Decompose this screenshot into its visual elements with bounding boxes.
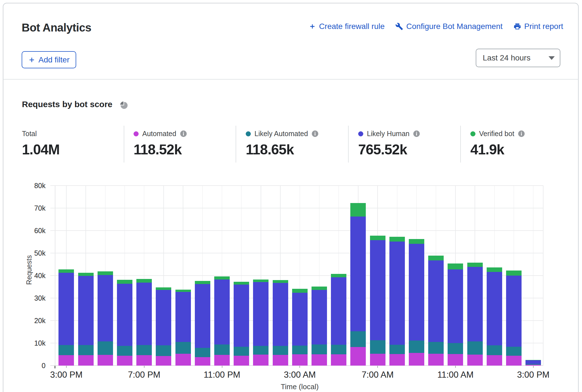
bar-segment-likely-human[interactable] (350, 217, 366, 331)
bar-segment-automated[interactable] (156, 356, 171, 366)
bar-segment-verified-bot[interactable] (370, 236, 385, 240)
bar-segment-verified-bot[interactable] (195, 281, 210, 284)
bar-segment-verified-bot[interactable] (409, 239, 424, 244)
bar-segment-likely-human[interactable] (156, 290, 171, 345)
create-firewall-rule-link[interactable]: Create firewall rule (309, 22, 385, 31)
bar-segment-likely-human[interactable] (331, 277, 346, 344)
bar-segment-verified-bot[interactable] (389, 237, 405, 242)
bar-segment-automated[interactable] (428, 354, 444, 366)
bar-segment-verified-bot[interactable] (117, 280, 132, 284)
bar-segment-likely-automated[interactable] (78, 345, 94, 355)
bar-segment-likely-human[interactable] (448, 269, 463, 343)
bar-segment-automated[interactable] (214, 355, 230, 366)
bar-segment-likely-automated[interactable] (467, 341, 483, 354)
bar-segment-likely-automated[interactable] (292, 346, 308, 354)
info-icon[interactable] (312, 130, 319, 137)
bar-segment-likely-automated[interactable] (58, 345, 74, 355)
bar-segment-likely-automated[interactable] (175, 342, 191, 354)
bar-segment-automated[interactable] (331, 354, 346, 366)
bar-segment-likely-human[interactable] (389, 242, 405, 344)
bar-segment-verified-bot[interactable] (136, 279, 152, 283)
bar-segment-likely-automated[interactable] (428, 342, 444, 354)
bar-segment-likely-automated[interactable] (234, 347, 249, 356)
bar-segment-verified-bot[interactable] (350, 203, 366, 216)
bar-segment-automated[interactable] (409, 353, 424, 366)
bar-segment-verified-bot[interactable] (214, 276, 230, 280)
bar-segment-likely-automated[interactable] (487, 345, 502, 355)
bar-segment-verified-bot[interactable] (175, 290, 191, 292)
bar-segment-verified-bot[interactable] (506, 271, 522, 276)
bar-segment-automated[interactable] (253, 355, 269, 366)
bar-segment-likely-automated[interactable] (136, 345, 152, 355)
time-range-select[interactable]: Last 24 hours (476, 49, 560, 67)
bar-segment-verified-bot[interactable] (487, 267, 502, 272)
bar-segment-likely-human[interactable] (214, 280, 230, 344)
bar-segment-likely-human[interactable] (428, 260, 444, 342)
bar-segment-likely-automated[interactable] (331, 345, 346, 354)
bar-segment-likely-human[interactable] (467, 267, 483, 342)
bar-segment-verified-bot[interactable] (78, 273, 94, 276)
info-icon[interactable] (518, 130, 525, 137)
bar-segment-automated[interactable] (58, 355, 74, 366)
bar-segment-verified-bot[interactable] (58, 269, 74, 272)
bar-segment-likely-automated[interactable] (409, 341, 424, 353)
bar-segment-verified-bot[interactable] (525, 360, 541, 360)
bar-segment-likely-automated[interactable] (370, 340, 385, 354)
bar-segment-verified-bot[interactable] (98, 271, 113, 275)
bar-segment-verified-bot[interactable] (331, 274, 346, 278)
bar-segment-verified-bot[interactable] (428, 256, 444, 260)
bar-segment-automated[interactable] (370, 354, 385, 366)
info-icon[interactable] (180, 130, 187, 137)
bar-segment-likely-automated[interactable] (350, 331, 366, 347)
bar-segment-verified-bot[interactable] (234, 282, 249, 285)
bar-segment-likely-human[interactable] (58, 273, 74, 345)
bar-segment-likely-human[interactable] (175, 292, 191, 342)
bar-segment-automated[interactable] (195, 357, 210, 366)
bar-segment-automated[interactable] (487, 355, 502, 366)
bar-segment-automated[interactable] (175, 354, 191, 366)
bar-segment-automated[interactable] (467, 355, 483, 366)
bar-segment-likely-human[interactable] (234, 285, 249, 347)
bar-segment-likely-automated[interactable] (273, 346, 288, 355)
bar-segment-verified-bot[interactable] (273, 280, 288, 283)
configure-bot-management-link[interactable]: Configure Bot Management (395, 22, 502, 31)
bar-segment-likely-automated[interactable] (525, 364, 541, 365)
bar-segment-automated[interactable] (448, 354, 463, 366)
add-filter-button[interactable]: Add filter (22, 51, 76, 68)
bar-segment-likely-human[interactable] (312, 290, 327, 344)
bar-segment-likely-human[interactable] (98, 275, 113, 341)
bar-segment-likely-automated[interactable] (156, 345, 171, 356)
bar-segment-verified-bot[interactable] (448, 263, 463, 269)
bar-segment-automated[interactable] (273, 355, 288, 366)
bar-segment-verified-bot[interactable] (312, 287, 327, 290)
bar-segment-automated[interactable] (350, 347, 366, 366)
bar-segment-automated[interactable] (312, 354, 327, 366)
bar-segment-likely-automated[interactable] (389, 345, 405, 354)
bar-segment-likely-human[interactable] (370, 240, 385, 341)
bar-segment-likely-human[interactable] (195, 284, 210, 348)
info-icon[interactable] (413, 130, 420, 137)
bar-segment-likely-human[interactable] (253, 282, 269, 346)
bar-segment-likely-human[interactable] (409, 244, 424, 341)
bar-segment-likely-automated[interactable] (253, 346, 269, 355)
bar-segment-automated[interactable] (136, 355, 152, 366)
bar-segment-likely-human[interactable] (292, 293, 308, 346)
bar-segment-likely-automated[interactable] (98, 341, 113, 355)
bar-segment-verified-bot[interactable] (292, 289, 308, 293)
bar-segment-likely-automated[interactable] (312, 344, 327, 354)
bar-segment-automated[interactable] (506, 356, 522, 366)
bar-segment-automated[interactable] (234, 356, 249, 366)
bar-segment-likely-human[interactable] (525, 360, 541, 364)
bar-segment-automated[interactable] (525, 365, 541, 366)
bar-segment-automated[interactable] (292, 354, 308, 366)
bar-segment-likely-human[interactable] (78, 276, 94, 345)
bar-segment-automated[interactable] (117, 356, 132, 366)
bar-segment-likely-human[interactable] (273, 283, 288, 346)
bar-segment-verified-bot[interactable] (467, 263, 483, 267)
bar-segment-likely-automated[interactable] (506, 347, 522, 356)
print-report-link[interactable]: Print report (513, 22, 563, 31)
bar-segment-likely-automated[interactable] (214, 344, 230, 355)
bar-segment-verified-bot[interactable] (253, 280, 269, 282)
bar-segment-likely-automated[interactable] (448, 343, 463, 354)
bar-segment-automated[interactable] (98, 355, 113, 366)
